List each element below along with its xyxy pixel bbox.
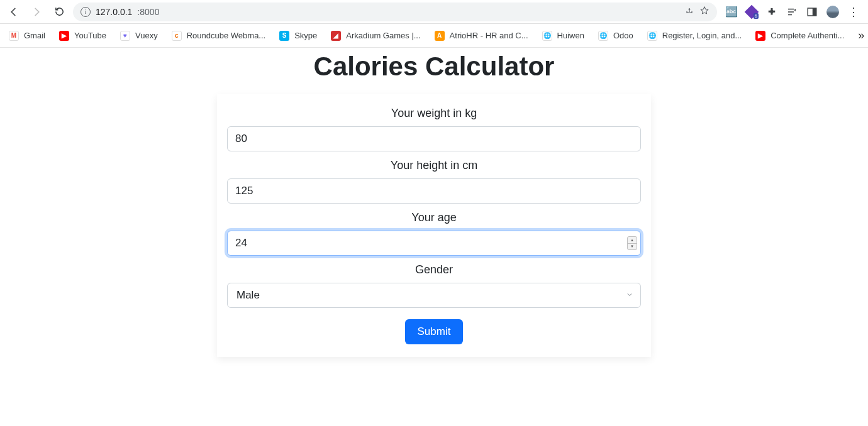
bookmark-icon: 🌐: [598, 31, 608, 41]
bookmark-label: AtrioHR - HR and C...: [450, 31, 528, 40]
bookmark-item[interactable]: 🌐 Huiwen: [542, 31, 584, 41]
bookmark-icon: ▶: [59, 31, 69, 41]
bookmark-icon: ▶: [755, 31, 765, 41]
number-spinner[interactable]: ▲ ▼: [627, 236, 637, 250]
bookmark-item[interactable]: 🌐 Odoo: [598, 31, 633, 41]
site-info-icon[interactable]: i: [81, 7, 91, 17]
bookmark-label: Gmail: [24, 31, 45, 40]
height-label: Your height in cm: [227, 159, 641, 172]
bookmark-item[interactable]: 🌐 Register, Login, and...: [647, 31, 742, 41]
age-input[interactable]: [227, 231, 641, 256]
bookmark-icon: S: [279, 31, 289, 41]
extensions-puzzle-icon[interactable]: [766, 6, 777, 18]
star-icon[interactable]: [699, 6, 709, 18]
menu-icon[interactable]: ⋮: [848, 6, 859, 18]
page-title: Calories Calculator: [0, 52, 868, 82]
bookmark-item[interactable]: ♥ Vuexy: [120, 31, 158, 41]
translate-extension-icon[interactable]: 🔤: [726, 6, 737, 18]
gender-select[interactable]: Male: [227, 283, 641, 308]
bookmark-icon: 🌐: [647, 31, 657, 41]
bookmark-label: Roundcube Webma...: [187, 31, 266, 40]
bookmark-label: Complete Authenti...: [771, 31, 844, 40]
bookmark-icon: ♥: [120, 31, 130, 41]
spinner-down-icon[interactable]: ▼: [628, 244, 637, 250]
bookmark-item[interactable]: M Gmail: [9, 31, 45, 41]
bookmark-icon: A: [435, 31, 445, 41]
bookmark-label: Odoo: [613, 31, 633, 40]
bookmark-item[interactable]: A AtrioHR - HR and C...: [435, 31, 528, 41]
url-host: 127.0.0.1: [96, 7, 132, 17]
bookmark-item[interactable]: c Roundcube Webma...: [172, 31, 266, 41]
bookmark-icon: ◢: [331, 31, 341, 41]
url-port: :8000: [137, 7, 159, 17]
bookmark-label: Vuexy: [135, 31, 158, 40]
bookmark-label: Skype: [294, 31, 317, 40]
bookmark-icon: 🌐: [542, 31, 552, 41]
bookmark-label: Arkadium Games |...: [346, 31, 420, 40]
address-bar[interactable]: i 127.0.0.1:8000: [73, 3, 717, 21]
page-content: Calories Calculator Your weight in kg Yo…: [0, 52, 868, 357]
bookmark-icon: M: [9, 31, 19, 41]
reading-list-icon[interactable]: [786, 6, 798, 18]
age-label: Your age: [227, 211, 641, 224]
share-icon[interactable]: [684, 6, 694, 18]
extension-area: 🔤 6 ⋮: [722, 6, 863, 18]
bookmark-item[interactable]: S Skype: [279, 31, 317, 41]
bookmark-label: Huiwen: [557, 31, 584, 40]
bookmark-label: YouTube: [74, 31, 106, 40]
bookmark-item[interactable]: ▶ YouTube: [59, 31, 106, 41]
bookmark-item[interactable]: ▶ Complete Authenti...: [755, 31, 844, 41]
reload-button[interactable]: [50, 3, 68, 21]
profile-avatar[interactable]: [826, 6, 839, 18]
gender-label: Gender: [227, 263, 641, 276]
submit-button[interactable]: Submit: [405, 319, 464, 344]
bookmark-overflow-icon[interactable]: »: [858, 29, 868, 42]
bookmark-icon: c: [172, 31, 182, 41]
bookmark-item[interactable]: ◢ Arkadium Games |...: [331, 31, 420, 41]
height-input[interactable]: [227, 178, 641, 204]
forward-button[interactable]: [28, 3, 45, 21]
extension-icon[interactable]: 6: [746, 6, 757, 18]
gender-selected-value: Male: [236, 289, 260, 302]
back-button[interactable]: [5, 3, 23, 21]
side-panel-icon[interactable]: [806, 6, 818, 18]
weight-label: Your weight in kg: [227, 107, 641, 120]
bookmark-label: Register, Login, and...: [662, 31, 742, 40]
calculator-card: Your weight in kg Your height in cm Your…: [217, 94, 651, 357]
browser-toolbar: i 127.0.0.1:8000 🔤 6 ⋮: [0, 0, 868, 24]
weight-input[interactable]: [227, 126, 641, 151]
bookmarks-bar: M Gmail ▶ YouTube ♥ Vuexy c Roundcube We…: [0, 24, 868, 48]
spinner-up-icon[interactable]: ▲: [628, 237, 637, 244]
svg-rect-1: [813, 8, 816, 16]
